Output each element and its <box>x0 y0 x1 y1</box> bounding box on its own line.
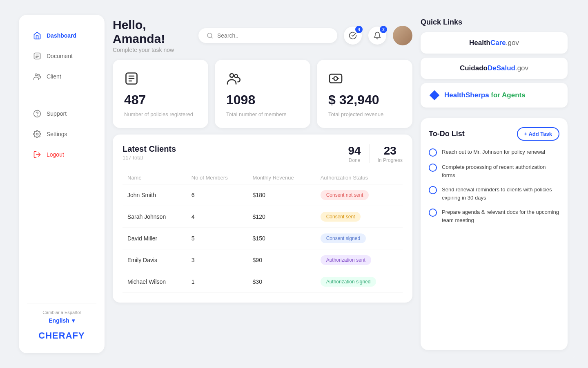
cell-members: 4 <box>187 206 248 228</box>
sidebar-item-dashboard[interactable]: Dashboard <box>27 27 96 44</box>
svg-line-11 <box>211 37 212 38</box>
page-header: Hello, Amanda! Complete your task now <box>113 18 412 53</box>
status-badge: Consent not sent <box>321 190 369 200</box>
cell-revenue: $150 <box>248 228 316 249</box>
add-task-button[interactable]: + Add Task <box>517 127 559 141</box>
todo-item: Reach out to Mr. Johnson for policy rene… <box>429 148 559 157</box>
greeting-subtitle: Complete your task now <box>113 47 198 53</box>
avatar-image <box>393 26 412 45</box>
stats-row: 487 Number of policies registered 1098 T… <box>113 60 412 128</box>
table-row[interactable]: Michael Wilson 1 $30 Authorization signe… <box>122 271 403 293</box>
nav-secondary: Support Settings <box>27 105 96 163</box>
sidebar-item-logout[interactable]: Logout <box>27 146 96 163</box>
avatar[interactable] <box>393 26 412 45</box>
cell-status: Authorization signed <box>316 271 403 293</box>
revenue-value: $ 32,940 <box>328 92 401 108</box>
todo-checkbox[interactable] <box>429 186 437 194</box>
todo-checkbox[interactable] <box>429 164 437 172</box>
members-value: 1098 <box>226 92 299 108</box>
cambiar-label: Cambiar a Español <box>27 310 96 315</box>
search-bar[interactable] <box>198 28 337 43</box>
status-badge: Consent signed <box>321 233 366 243</box>
cell-status: Authorization sent <box>316 249 403 271</box>
sidebar-item-settings[interactable]: Settings <box>27 126 96 143</box>
todo-checkbox[interactable] <box>429 148 437 157</box>
app-container: Dashboard Document <box>12 8 576 360</box>
quick-links-section: Quick Links HealthCare.gov CuidadoDeSalu… <box>421 18 568 112</box>
cell-members: 6 <box>187 184 248 206</box>
cuidado-text: CuidadoDeSalud.gov <box>460 64 528 72</box>
language-selector[interactable]: English ▾ <box>27 317 96 324</box>
nav-divider <box>27 95 96 95</box>
svg-rect-18 <box>330 74 342 83</box>
clients-total: 117 total <box>122 155 176 161</box>
in-progress-stat: 23 In Progress <box>378 144 403 163</box>
in-progress-count: 23 <box>378 144 403 157</box>
table-row[interactable]: John Smith 6 $180 Consent not sent <box>122 184 403 206</box>
cell-status: Consent not sent <box>316 184 403 206</box>
col-status: Authorization Status <box>316 171 403 184</box>
sidebar-dashboard-label: Dashboard <box>47 32 76 39</box>
language-label: English <box>49 317 69 324</box>
sidebar-item-support[interactable]: Support <box>27 105 96 122</box>
tasks-button[interactable]: 4 <box>344 27 362 45</box>
done-label: Done <box>348 157 361 163</box>
todo-checkbox[interactable] <box>429 209 437 217</box>
clients-header: Latest Clients 117 total 94 Done 23 In P… <box>122 144 403 163</box>
status-badge: Authorization signed <box>321 277 376 287</box>
stat-divider <box>369 144 370 163</box>
sidebar: Dashboard Document <box>19 15 105 353</box>
healthsherpa-link[interactable]: HealthSherpa for Agents <box>421 83 568 108</box>
cell-name: John Smith <box>122 184 187 206</box>
members-label: Total number of members <box>226 111 299 118</box>
svg-point-16 <box>230 74 234 77</box>
cell-members: 3 <box>187 249 248 271</box>
cell-name: Emily Davis <box>122 249 187 271</box>
svg-marker-22 <box>430 90 440 101</box>
sidebar-settings-label: Settings <box>47 131 67 137</box>
healthcare-link[interactable]: HealthCare.gov <box>421 32 568 54</box>
todo-section: To-Do List + Add Task Reach out to Mr. J… <box>421 118 568 350</box>
table-row[interactable]: David Miller 5 $150 Consent signed <box>122 228 403 249</box>
notifications-button[interactable]: 2 <box>368 27 386 45</box>
policies-card: 487 Number of policies registered <box>113 60 208 128</box>
client-icon <box>33 72 42 81</box>
cuidado-link[interactable]: CuidadoDeSalud.gov <box>421 58 568 79</box>
col-members: No of Members <box>187 171 248 184</box>
todo-text: Reach out to Mr. Johnson for policy rene… <box>442 148 545 156</box>
table-row[interactable]: Sarah Johnson 4 $120 Consent sent <box>122 206 403 228</box>
sidebar-item-document[interactable]: Document <box>27 47 96 65</box>
quick-links-title: Quick Links <box>421 18 568 27</box>
svg-point-5 <box>38 74 39 76</box>
members-card: 1098 Total number of members <box>215 60 310 128</box>
table-row[interactable]: Emily Davis 3 $90 Authorization sent <box>122 249 403 271</box>
svg-point-17 <box>234 74 238 78</box>
sidebar-footer: Cambiar a Español English ▾ CHERAFY <box>27 303 96 341</box>
chevron-down-icon: ▾ <box>72 317 75 324</box>
status-badge: Consent sent <box>321 212 361 222</box>
greeting-area: Hello, Amanda! Complete your task now <box>113 18 198 53</box>
logout-icon <box>33 150 42 159</box>
search-input[interactable] <box>217 32 329 39</box>
cell-name: Michael Wilson <box>122 271 187 293</box>
greeting-title: Hello, Amanda! <box>113 18 198 46</box>
sidebar-logout-label: Logout <box>47 151 64 158</box>
nav-primary: Dashboard Document <box>27 27 96 293</box>
sidebar-item-client[interactable]: Client <box>27 68 96 85</box>
header-actions: 4 2 <box>198 26 412 45</box>
table-header-row: Name No of Members Monthly Revenue Autho… <box>122 171 403 184</box>
settings-icon <box>33 130 42 139</box>
todo-text: Prepare agenda & relevant docs for the u… <box>442 208 559 224</box>
done-count: 94 <box>348 144 361 157</box>
revenue-label: Total projected revenue <box>328 111 401 118</box>
in-progress-label: In Progress <box>378 157 403 163</box>
cell-name: Sarah Johnson <box>122 206 187 228</box>
sherpa-diamond-icon <box>429 90 440 101</box>
search-icon <box>207 32 213 39</box>
clients-section: Latest Clients 117 total 94 Done 23 In P… <box>113 135 412 303</box>
cell-status: Consent signed <box>316 228 403 249</box>
todo-item: Complete processing of recent authorizat… <box>429 163 559 179</box>
todo-item: Send renewal reminders to clients with p… <box>429 186 559 202</box>
right-panel: Quick Links HealthCare.gov CuidadoDeSalu… <box>421 8 576 360</box>
cell-revenue: $90 <box>248 249 316 271</box>
